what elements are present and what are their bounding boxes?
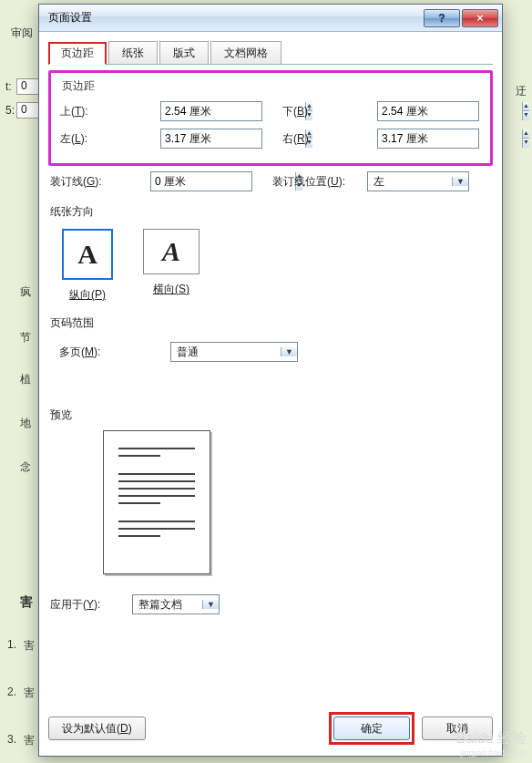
tab-margins[interactable]: 页边距 bbox=[48, 42, 107, 65]
chevron-down-icon[interactable]: ▼ bbox=[202, 600, 219, 609]
margins-legend: 页边距 bbox=[62, 78, 481, 94]
bg-l6: 害 bbox=[20, 594, 33, 611]
tab-layout[interactable]: 版式 bbox=[159, 41, 209, 64]
bg-l2: 节 bbox=[20, 330, 31, 345]
gutter-pos-combo[interactable]: 左 ▼ bbox=[367, 171, 469, 191]
bg-l7: 害 bbox=[24, 638, 35, 654]
bg-label: t: bbox=[5, 80, 12, 93]
bg-l3: 植 bbox=[20, 372, 31, 387]
gutter-label: 装订线(G): bbox=[50, 174, 132, 190]
tab-paper[interactable]: 纸张 bbox=[108, 41, 158, 64]
right-label: 右(R): bbox=[282, 131, 332, 147]
bg-l9: 害 bbox=[24, 733, 35, 748]
apply-to-label: 应用于(Y): bbox=[50, 597, 132, 613]
spinner-up-icon[interactable]: ▲ bbox=[523, 129, 529, 139]
bg-right-char: 迂 bbox=[516, 84, 527, 99]
preview-legend: 预览 bbox=[50, 407, 493, 423]
top-margin-field[interactable]: ▲▼ bbox=[160, 101, 262, 121]
tabstrip: 页边距 纸张 版式 文档网格 bbox=[48, 41, 493, 65]
bg-l5: 念 bbox=[20, 459, 31, 475]
bg-n2: 2. bbox=[7, 686, 16, 698]
help-button[interactable]: ? bbox=[424, 9, 460, 27]
bottom-margin-input[interactable] bbox=[378, 105, 522, 118]
set-default-button[interactable]: 设为默认值(D) bbox=[48, 717, 146, 740]
landscape-label: 横向(S) bbox=[153, 282, 189, 297]
titlebar[interactable]: 页面设置 ? × bbox=[39, 5, 502, 32]
portrait-icon: A bbox=[77, 239, 97, 270]
left-label: 左(L): bbox=[60, 131, 109, 147]
top-label: 上(T): bbox=[60, 104, 109, 119]
tab-docgrid[interactable]: 文档网格 bbox=[210, 41, 281, 64]
pages-legend: 页码范围 bbox=[50, 315, 493, 331]
close-button[interactable]: × bbox=[462, 9, 498, 27]
dialog-footer: 设为默认值(D) 确定 取消 bbox=[39, 702, 502, 756]
dialog-title: 页面设置 bbox=[39, 10, 424, 26]
orientation-portrait[interactable]: A bbox=[62, 229, 113, 280]
bg-ribbon-text: 审阅 bbox=[11, 26, 33, 41]
landscape-icon: A bbox=[162, 236, 180, 267]
bg-n1: 1. bbox=[7, 638, 16, 651]
multipage-combo[interactable]: 普通 ▼ bbox=[170, 342, 298, 362]
gutter-pos-label: 装订线位置(U): bbox=[272, 174, 367, 190]
preview-page-icon bbox=[103, 430, 210, 574]
spinner-down-icon[interactable]: ▼ bbox=[523, 111, 529, 120]
gutter-field[interactable]: ▲▼ bbox=[150, 171, 252, 191]
bottom-margin-field[interactable]: ▲▼ bbox=[377, 101, 479, 121]
orientation-landscape[interactable]: A bbox=[143, 229, 200, 274]
bottom-label: 下(B): bbox=[282, 104, 332, 119]
margins-group-highlight: 页边距 上(T): ▲▼ 下(B): ▲▼ 左(L): bbox=[48, 70, 493, 166]
ok-button[interactable]: 确定 bbox=[333, 717, 410, 740]
orientation-legend: 纸张方向 bbox=[50, 204, 493, 220]
bg-l1: 疯 bbox=[20, 284, 31, 300]
chevron-down-icon[interactable]: ▼ bbox=[452, 177, 468, 186]
bg-label-2: 5: bbox=[5, 104, 15, 117]
multipage-label: 多页(M): bbox=[59, 345, 141, 360]
chevron-down-icon[interactable]: ▼ bbox=[281, 347, 297, 356]
page-setup-dialog: 页面设置 ? × 页边距 纸张 版式 文档网格 页边距 上(T): ▲▼ bbox=[38, 4, 503, 757]
spinner-up-icon[interactable]: ▲ bbox=[523, 102, 529, 111]
ok-button-highlight: 确定 bbox=[329, 712, 414, 745]
gutter-pos-value: 左 bbox=[368, 174, 452, 190]
apply-to-value: 整篇文档 bbox=[133, 597, 202, 613]
apply-to-combo[interactable]: 整篇文档 ▼ bbox=[132, 594, 220, 614]
right-margin-field[interactable]: ▲▼ bbox=[377, 129, 479, 149]
multipage-value: 普通 bbox=[171, 345, 281, 360]
portrait-label: 纵向(P) bbox=[69, 287, 106, 303]
preview-area bbox=[48, 425, 493, 574]
left-margin-field[interactable]: ▲▼ bbox=[160, 129, 262, 149]
spinner-down-icon[interactable]: ▼ bbox=[523, 139, 529, 148]
bg-n3: 3. bbox=[7, 733, 16, 746]
right-margin-input[interactable] bbox=[378, 132, 522, 145]
bg-l8: 害 bbox=[24, 686, 35, 701]
cancel-button[interactable]: 取消 bbox=[422, 717, 493, 740]
bg-l4: 地 bbox=[20, 416, 31, 431]
